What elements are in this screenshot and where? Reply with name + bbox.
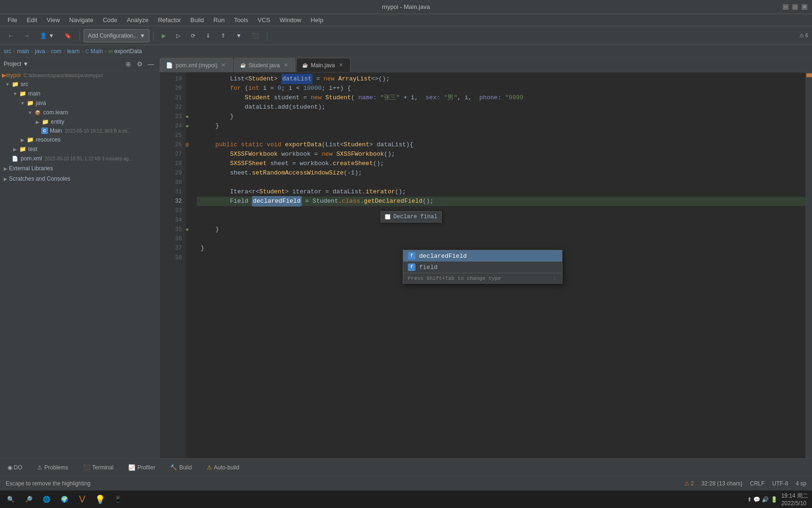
taskbar-chrome[interactable]: 🌐 bbox=[39, 492, 54, 507]
code-line-25[interactable] bbox=[197, 131, 812, 140]
breadcrumb-class[interactable]: C Main bbox=[85, 48, 102, 55]
code-line-24[interactable]: } bbox=[197, 121, 812, 131]
gutter-bookmark-24[interactable]: ◆ bbox=[186, 121, 197, 131]
breadcrumb-learn[interactable]: learn bbox=[67, 48, 80, 55]
back-btn[interactable]: ← bbox=[4, 29, 18, 42]
code-line-31[interactable]: Itera<r<Student> iterator = dataList.ite… bbox=[197, 187, 812, 197]
menu-tools[interactable]: Tools bbox=[230, 16, 252, 24]
step-in-btn[interactable]: ⇓ bbox=[202, 29, 215, 42]
code-line-20[interactable]: for (int i = 0; i < 10000; i++) { bbox=[197, 84, 812, 93]
position[interactable]: 32:28 (13 chars) bbox=[702, 480, 742, 487]
tree-item-java[interactable]: ▼ 📁 java bbox=[0, 98, 159, 108]
taskbar-intellij[interactable]: 💡 bbox=[93, 492, 107, 507]
tab-student-close[interactable]: ✕ bbox=[282, 62, 289, 69]
encoding[interactable]: UTF-8 bbox=[772, 480, 788, 487]
code-line-34[interactable] bbox=[197, 215, 812, 225]
declare-final-popup[interactable]: Declare final bbox=[381, 211, 442, 222]
run-btn[interactable]: ▶ bbox=[157, 29, 170, 42]
add-configuration-button[interactable]: Add Configuration... ▼ bbox=[84, 29, 149, 42]
tree-item-src[interactable]: ▼ 📁 src bbox=[0, 79, 159, 89]
autocomplete-popup[interactable]: f declaredField f field Press Shift+Tab … bbox=[403, 250, 562, 284]
code-line-19[interactable]: List<Student> dataList = new ArrayList<>… bbox=[197, 74, 812, 84]
taskbar-vscode[interactable]: V bbox=[75, 492, 89, 507]
tab-student[interactable]: ☕ Student.java ✕ bbox=[234, 58, 296, 72]
menu-refactor[interactable]: Refactor bbox=[154, 16, 185, 24]
tab-pom-close[interactable]: ✕ bbox=[220, 62, 227, 69]
step-out-btn[interactable]: ⇑ bbox=[217, 29, 230, 42]
code-line-33[interactable] bbox=[197, 206, 812, 215]
code-line-35[interactable]: } bbox=[197, 225, 812, 234]
menu-analyze[interactable]: Analyze bbox=[123, 16, 152, 24]
breadcrumb-main[interactable]: main bbox=[17, 48, 29, 55]
menu-edit[interactable]: Edit bbox=[23, 16, 41, 24]
breadcrumb-com[interactable]: com bbox=[51, 48, 62, 55]
menu-help[interactable]: Help bbox=[307, 16, 327, 24]
bottom-tab-problems[interactable]: ⚠ Problems bbox=[33, 462, 72, 473]
minimize-btn[interactable]: ─ bbox=[783, 4, 789, 10]
tree-item-project[interactable]: ▶ mypoi C:\ideaworkspace\basicjava\mypoi bbox=[0, 71, 159, 79]
code-line-23[interactable]: } bbox=[197, 112, 812, 121]
menu-file[interactable]: File bbox=[4, 16, 21, 24]
code-line-32[interactable]: Field declaredField = Student.class.getD… bbox=[197, 197, 812, 206]
breadcrumb-java[interactable]: java bbox=[35, 48, 45, 55]
taskbar-app[interactable]: 📱 bbox=[111, 492, 125, 507]
menu-build[interactable]: Build bbox=[187, 16, 208, 24]
code-line-36[interactable] bbox=[197, 234, 812, 244]
code-line-30[interactable] bbox=[197, 178, 812, 187]
tree-item-entity[interactable]: ▶ 📁 entity bbox=[0, 117, 159, 127]
code-line-21[interactable]: Student student = new Student( name: "张三… bbox=[197, 93, 812, 103]
gutter-bookmark-23[interactable]: ◆ bbox=[186, 112, 197, 121]
menu-code[interactable]: Code bbox=[99, 16, 121, 24]
menu-view[interactable]: View bbox=[43, 16, 63, 24]
tree-item-main-java[interactable]: ▶ C Main 2022-05-10 19:12, 869 B a mi... bbox=[0, 127, 159, 135]
code-line-27[interactable]: SXSSFWorkbook workbook = new SXSSFWorkbo… bbox=[197, 150, 812, 159]
code-line-22[interactable]: dataList.add(student); bbox=[197, 103, 812, 112]
menu-run[interactable]: Run bbox=[210, 16, 228, 24]
step-over-btn[interactable]: ⟳ bbox=[187, 29, 200, 42]
bottom-tab-autobuild[interactable]: ⚠ Auto-build bbox=[203, 462, 243, 473]
breadcrumb-src[interactable]: src bbox=[4, 48, 11, 55]
tree-item-resources[interactable]: ▶ 📁 resources bbox=[0, 135, 159, 144]
code-editor[interactable]: 19 20 21 22 23 24 25 26 27 28 29 30 31 3… bbox=[160, 72, 812, 458]
autocomplete-item-field[interactable]: f field bbox=[403, 262, 562, 273]
sidebar-collapse-btn[interactable]: — bbox=[146, 59, 156, 69]
run2-btn[interactable]: ▷ bbox=[172, 29, 185, 42]
navigate-btn[interactable]: 👤 ▼ bbox=[36, 29, 58, 42]
code-line-29[interactable]: sheet.setRandomAccessWindowSize(-1); bbox=[197, 168, 812, 178]
tab-main[interactable]: ☕ Main.java ✕ bbox=[296, 58, 350, 72]
sidebar-settings-btn[interactable]: ⚙ bbox=[135, 59, 144, 69]
code-line-28[interactable]: SXSSFSheet sheet = workbook.createSheet(… bbox=[197, 159, 812, 168]
stop-btn[interactable]: ⬛ bbox=[248, 29, 263, 42]
line-ending[interactable]: CRLF bbox=[750, 480, 765, 487]
tab-pom[interactable]: 📄 pom.xml (mypoi) ✕ bbox=[160, 58, 233, 72]
sidebar-locate-btn[interactable]: ⊕ bbox=[124, 59, 133, 69]
menu-navigate[interactable]: Navigate bbox=[65, 16, 97, 24]
taskbar-magnify[interactable]: 🔎 bbox=[22, 492, 36, 507]
menu-vcs[interactable]: VCS bbox=[254, 16, 274, 24]
breadcrumb-method[interactable]: m exportData bbox=[109, 48, 142, 55]
bookmark-btn[interactable]: 🔖 bbox=[60, 29, 76, 42]
tree-item-comlearn[interactable]: ▼ 📦 com.learn bbox=[0, 108, 159, 117]
close-btn[interactable]: ✕ bbox=[802, 4, 807, 10]
taskbar-ie[interactable]: 🌍 bbox=[57, 492, 71, 507]
maximize-btn[interactable]: □ bbox=[792, 4, 798, 10]
bottom-tab-profiler[interactable]: 📈 Profiler bbox=[125, 462, 159, 473]
taskbar-search[interactable]: 🔍 bbox=[4, 492, 18, 507]
menu-window[interactable]: Window bbox=[276, 16, 305, 24]
bottom-tab-build[interactable]: 🔨 Build bbox=[166, 462, 195, 473]
gutter-annotation-26[interactable]: @ bbox=[186, 140, 197, 150]
tab-main-close[interactable]: ✕ bbox=[338, 62, 344, 69]
tree-item-pomxml[interactable]: ▶ 📄 pom.xml 2022-05-10 18:55, 1.12 kB 3 … bbox=[0, 154, 159, 163]
sidebar-scratches[interactable]: ▶ Scratches and Consoles bbox=[0, 174, 159, 184]
sidebar-external-libs[interactable]: ▶ External Libraries bbox=[0, 163, 159, 174]
declare-final-checkbox[interactable] bbox=[385, 214, 390, 220]
bottom-tab-terminal[interactable]: ⬛ Terminal bbox=[79, 462, 117, 473]
code-line-26[interactable]: public static void exportData(List<Stude… bbox=[197, 140, 812, 150]
forward-btn[interactable]: → bbox=[20, 29, 34, 42]
tree-item-main[interactable]: ▼ 📁 main bbox=[0, 89, 159, 98]
ac-more-icon[interactable]: ⋮ bbox=[552, 275, 557, 281]
indent[interactable]: 4 sp bbox=[796, 480, 806, 487]
gutter-bookmark-35[interactable]: ◆ bbox=[186, 225, 197, 234]
more-run-btn[interactable]: ▼ bbox=[232, 29, 246, 42]
autocomplete-item-declaredfield[interactable]: f declaredField bbox=[403, 250, 562, 262]
